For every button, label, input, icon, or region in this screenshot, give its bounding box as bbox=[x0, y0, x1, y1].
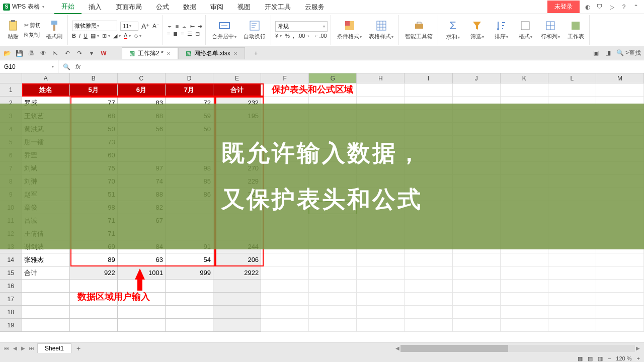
cell[interactable] bbox=[70, 306, 118, 319]
print-icon[interactable]: 🖶 bbox=[27, 49, 35, 57]
cell[interactable] bbox=[453, 306, 501, 319]
add-tab-icon[interactable]: + bbox=[252, 49, 260, 57]
export-icon[interactable]: ⇱ bbox=[51, 49, 59, 57]
bold-button[interactable]: B bbox=[72, 33, 76, 39]
align-justify-icon[interactable]: ☰ bbox=[187, 31, 192, 37]
cell[interactable] bbox=[596, 280, 644, 293]
cell[interactable] bbox=[501, 253, 548, 266]
cell[interactable]: 89 bbox=[70, 253, 118, 266]
col-head[interactable]: J bbox=[453, 73, 501, 83]
dec-decimal-icon[interactable]: ←.00 bbox=[313, 33, 327, 39]
table-style-button[interactable]: 表格样式▾ bbox=[367, 20, 395, 40]
cell[interactable] bbox=[453, 293, 501, 306]
screen2-icon[interactable]: ◨ bbox=[604, 49, 612, 57]
zoom-fx-icon[interactable]: 🔍 bbox=[62, 63, 70, 71]
add-sheet-icon[interactable]: + bbox=[73, 344, 84, 352]
cell[interactable] bbox=[501, 280, 548, 293]
cell[interactable] bbox=[405, 253, 452, 266]
format-button[interactable]: 格式▾ bbox=[515, 20, 536, 40]
align-middle-icon[interactable]: ≡ bbox=[176, 23, 179, 29]
cell[interactable] bbox=[548, 306, 596, 319]
cell[interactable] bbox=[309, 266, 357, 280]
cell[interactable] bbox=[405, 293, 452, 306]
row-head[interactable]: 15 bbox=[0, 266, 22, 280]
cell[interactable] bbox=[213, 280, 261, 293]
cell[interactable] bbox=[548, 83, 596, 97]
cell[interactable] bbox=[261, 266, 309, 280]
close-icon[interactable]: ✕ bbox=[233, 51, 237, 56]
play-icon[interactable]: ▷ bbox=[608, 3, 616, 11]
cell[interactable] bbox=[548, 253, 596, 266]
col-head[interactable]: M bbox=[596, 73, 644, 83]
cell[interactable] bbox=[501, 293, 548, 306]
cell[interactable] bbox=[405, 319, 452, 332]
menu-tab-7[interactable]: 开发工具 bbox=[258, 0, 298, 14]
cell[interactable] bbox=[261, 293, 309, 306]
cell[interactable] bbox=[70, 319, 118, 332]
cell[interactable] bbox=[22, 319, 70, 332]
save-icon[interactable]: 💾 bbox=[15, 49, 23, 57]
format-brush-button[interactable]: 格式刷 bbox=[44, 20, 64, 40]
wrap-text-button[interactable]: 自动换行 bbox=[242, 20, 268, 40]
hscroll[interactable]: ◀ ▶ bbox=[394, 345, 641, 352]
cell[interactable] bbox=[213, 306, 261, 319]
merge-center-button[interactable]: 合并居中▾ bbox=[210, 20, 238, 40]
cell[interactable] bbox=[548, 280, 596, 293]
menu-tab-6[interactable]: 视图 bbox=[230, 0, 258, 14]
rowcol-button[interactable]: 行和列▾ bbox=[539, 20, 562, 40]
menu-tab-8[interactable]: 云服务 bbox=[298, 0, 332, 14]
border2-button[interactable]: ⊞▾ bbox=[102, 33, 110, 39]
cell[interactable] bbox=[453, 83, 501, 97]
menu-tab-4[interactable]: 数据 bbox=[176, 0, 203, 14]
cell[interactable] bbox=[213, 319, 261, 332]
cell[interactable] bbox=[357, 83, 405, 97]
comma-icon[interactable]: , bbox=[293, 33, 294, 39]
zoom-in-icon[interactable]: + bbox=[637, 355, 640, 361]
paste-button[interactable]: 粘贴 bbox=[5, 20, 21, 40]
align-bottom-icon[interactable]: ⫠ bbox=[182, 23, 187, 29]
cell[interactable] bbox=[596, 253, 644, 266]
view1-icon[interactable]: ▦ bbox=[578, 355, 583, 362]
view2-icon[interactable]: ▤ bbox=[588, 355, 593, 362]
cell[interactable] bbox=[357, 280, 405, 293]
italic-button[interactable]: I bbox=[79, 33, 80, 39]
cell[interactable] bbox=[166, 319, 213, 332]
row-head[interactable]: 17 bbox=[0, 293, 22, 306]
cell[interactable] bbox=[405, 280, 452, 293]
cell[interactable] bbox=[309, 253, 357, 266]
cell[interactable] bbox=[596, 266, 644, 280]
cell[interactable] bbox=[453, 319, 501, 332]
filter-button[interactable]: 筛选▾ bbox=[466, 20, 488, 40]
cell[interactable]: 5月 bbox=[70, 83, 118, 97]
cell[interactable] bbox=[22, 306, 70, 319]
menu-tab-5[interactable]: 审阅 bbox=[203, 0, 230, 14]
cell[interactable] bbox=[213, 293, 261, 306]
cell[interactable] bbox=[309, 280, 357, 293]
col-head[interactable]: G bbox=[309, 73, 357, 83]
col-head[interactable]: K bbox=[501, 73, 548, 83]
cell[interactable] bbox=[22, 293, 70, 306]
sheet-tab[interactable]: Sheet1 bbox=[37, 343, 71, 353]
cell[interactable]: 6月 bbox=[118, 83, 166, 97]
cell[interactable] bbox=[501, 319, 548, 332]
redo-icon[interactable]: ↷ bbox=[75, 49, 84, 57]
copy-button[interactable]: ⎘ 复制 bbox=[24, 31, 41, 39]
cell[interactable] bbox=[453, 280, 501, 293]
cell[interactable] bbox=[405, 83, 452, 97]
sort-button[interactable]: 排序▾ bbox=[491, 20, 512, 40]
inc-decimal-icon[interactable]: .00→ bbox=[297, 33, 310, 39]
sheet-nav-next-icon[interactable]: ▶ bbox=[20, 345, 26, 351]
col-head[interactable]: I bbox=[405, 73, 452, 83]
font-name-select[interactable]: 微软雅黑▾ bbox=[72, 21, 117, 31]
cell[interactable]: 合计 bbox=[213, 83, 261, 97]
login-button[interactable]: 未登录 bbox=[547, 1, 580, 13]
cell[interactable]: 206 bbox=[213, 253, 261, 266]
help-icon[interactable]: ? bbox=[620, 3, 628, 11]
font-color-button[interactable]: A▾ bbox=[124, 32, 131, 39]
cell[interactable]: 张雅杰 bbox=[22, 253, 70, 266]
cell[interactable] bbox=[405, 306, 452, 319]
name-box[interactable]: G10▾ bbox=[0, 60, 58, 73]
cell[interactable] bbox=[596, 293, 644, 306]
cell[interactable] bbox=[501, 306, 548, 319]
cell[interactable] bbox=[357, 253, 405, 266]
